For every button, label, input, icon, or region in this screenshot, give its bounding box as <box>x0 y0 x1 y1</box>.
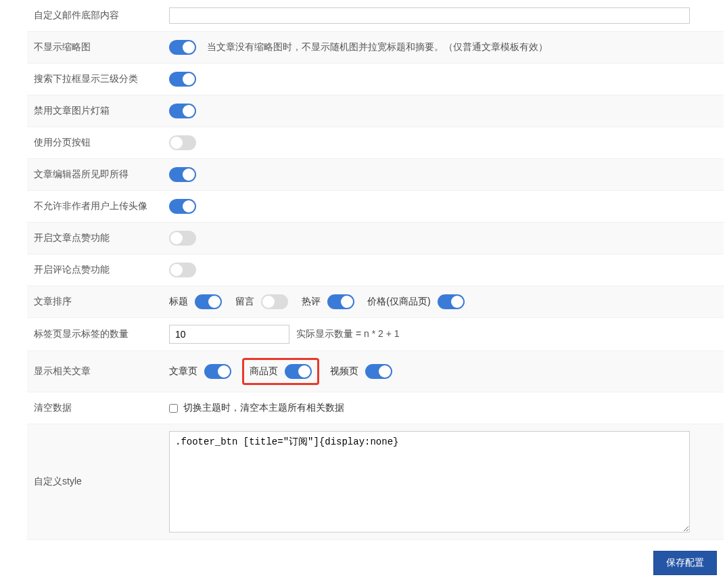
textarea-custom-style[interactable] <box>169 431 690 533</box>
input-custom-email-footer[interactable] <box>169 7 690 24</box>
toggle-wysiwyg[interactable] <box>169 167 196 182</box>
desc-tags-count: 实际显示数量 = n * 2 + 1 <box>296 328 400 340</box>
toggle-search-l3cat[interactable] <box>169 72 196 87</box>
toggle-pagination-btn[interactable] <box>169 135 196 150</box>
desc-hide-thumb: 当文章没有缩略图时，不显示随机图并拉宽标题和摘要。（仅普通文章模板有效） <box>207 41 548 53</box>
toggle-comment-like[interactable] <box>169 263 196 277</box>
toggle-disable-lightbox[interactable] <box>169 104 196 118</box>
sort-hot-label: 热评 <box>302 296 321 308</box>
toggle-related-article[interactable] <box>204 364 231 379</box>
desc-clear-data: 切换主题时，清空本主题所有相关数据 <box>183 402 344 414</box>
toggle-no-avatar-upload[interactable] <box>169 199 196 214</box>
sort-title-label: 标题 <box>169 296 188 308</box>
toggle-article-like[interactable] <box>169 231 196 246</box>
label-custom-style: 自定义style <box>27 424 162 539</box>
highlight-box: 商品页 <box>242 358 319 385</box>
related-product-label: 商品页 <box>250 365 278 378</box>
label-comment-like: 开启评论点赞功能 <box>27 254 162 286</box>
toggle-sort-comments[interactable] <box>261 294 288 309</box>
toggle-hide-thumb[interactable] <box>169 40 196 55</box>
related-article-label: 文章页 <box>169 365 197 378</box>
label-pagination-btn: 使用分页按钮 <box>27 127 162 158</box>
label-related-articles: 显示相关文章 <box>27 351 162 392</box>
label-wysiwyg: 文章编辑器所见即所得 <box>27 159 162 190</box>
sort-price-label: 价格(仅商品页) <box>367 296 430 308</box>
label-tags-count: 标签页显示标签的数量 <box>27 318 162 350</box>
toggle-sort-title[interactable] <box>195 294 222 309</box>
label-no-avatar-upload: 不允许非作者用户上传头像 <box>27 191 162 222</box>
sort-comments-label: 留言 <box>235 296 254 308</box>
label-search-l3cat: 搜索下拉框显示三级分类 <box>27 64 162 95</box>
toggle-sort-hot[interactable] <box>327 294 354 309</box>
toggle-related-video[interactable] <box>365 364 392 379</box>
label-article-sort: 文章排序 <box>27 286 162 317</box>
label-disable-lightbox: 禁用文章图片灯箱 <box>27 95 162 127</box>
label-clear-data: 清空数据 <box>27 392 162 424</box>
label-hide-thumb: 不显示缩略图 <box>27 32 162 63</box>
related-video-label: 视频页 <box>330 365 358 378</box>
input-tags-count[interactable] <box>169 325 289 344</box>
save-button[interactable]: 保存配置 <box>653 551 717 575</box>
label-article-like: 开启文章点赞功能 <box>27 223 162 254</box>
checkbox-clear-data[interactable] <box>169 404 178 413</box>
label-custom-email-footer: 自定义邮件底部内容 <box>27 0 162 31</box>
toggle-sort-price[interactable] <box>438 294 465 309</box>
toggle-related-product[interactable] <box>285 364 312 379</box>
